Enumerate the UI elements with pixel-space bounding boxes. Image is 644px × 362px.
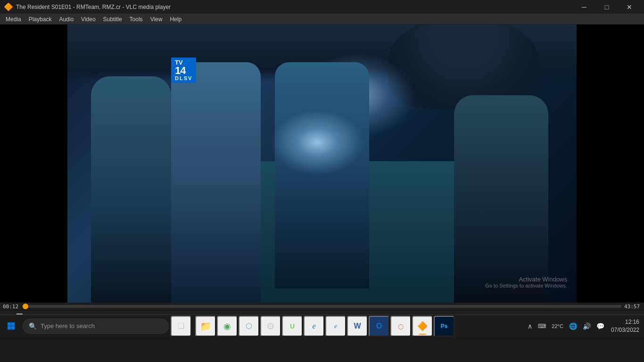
figure-right [454,95,548,303]
menu-playback[interactable]: Playback [25,14,56,25]
window-controls: ─ □ ✕ [573,0,640,14]
clock-time: 12:16 [611,318,639,326]
seek-bar[interactable] [23,305,621,308]
menu-view[interactable]: View [147,14,166,25]
tray-temperature[interactable]: 22°C [550,321,565,331]
search-icon: 🔍 [29,322,37,330]
menu-subtitle[interactable]: Subtitle [99,14,126,25]
taskbar-app-word[interactable]: W [347,316,368,337]
time-current: 00:12 [3,304,20,310]
menu-media[interactable]: Media [2,14,25,25]
menu-bar: Media Playback Audio Video Subtitle Tool… [0,14,644,25]
taskbar-app-edge-new[interactable]: 𝑒 [325,316,346,337]
taskbar-app-photoshop[interactable]: Ps [434,316,454,337]
system-clock[interactable]: 12:16 07/03/2022 [608,318,642,334]
tv14-rating: 14 [175,66,192,76]
seek-bar-row: 00:12 43:57 [0,303,644,310]
time-total: 43:57 [624,304,641,310]
title-bar: 🔶 The Resident S01E01 - RMTeam, RMZ.cr -… [0,0,644,14]
windows-logo [8,322,15,330]
taskbar-app-atom[interactable]: ⬡ [239,316,259,337]
tray-volume[interactable]: 🔊 [581,321,593,332]
tray-network[interactable]: 🌐 [567,321,579,332]
vlc-icon: 🔶 [4,2,13,11]
tv14-descriptors: DLSV [175,76,192,81]
black-bar-left [0,25,68,303]
activate-windows-subtitle: Go to Settings to activate Windows. [485,283,567,288]
figure-far-left [91,76,171,303]
activate-windows-title: Activate Windows [485,276,567,283]
maximize-button[interactable]: □ [596,0,618,14]
taskbar: 🔍 Type here to search ❑ 📁 ◉ ⬡ ⚙ U e 𝑒 W … [0,314,644,337]
operating-light-spot [270,109,364,175]
tray-show-hidden[interactable]: ∧ [526,321,534,332]
tv14-rating-badge: TV 14 DLSV [171,58,196,83]
menu-audio[interactable]: Audio [55,14,77,25]
tray-notification[interactable]: 💬 [594,321,606,332]
seek-bar-thumb [23,304,28,309]
clock-date: 07/03/2022 [611,326,639,334]
title-bar-left: 🔶 The Resident S01E01 - RMTeam, RMZ.cr -… [4,2,171,11]
taskbar-app-app11[interactable]: ◌ [390,316,411,337]
close-button[interactable]: ✕ [619,0,640,14]
menu-help[interactable]: Help [166,14,185,25]
search-bar[interactable]: 🔍 Type here to search [23,319,169,334]
taskbar-app-settings[interactable]: ⚙ [260,316,281,337]
taskbar-app-chrome[interactable]: ◉ [217,316,238,337]
taskbar-apps: 📁 ◉ ⬡ ⚙ U e 𝑒 W O ◌ 🔶 Ps [195,316,454,337]
taskbar-app-edge[interactable]: e [304,316,324,337]
figure-center [275,62,369,288]
taskbar-app-upwork[interactable]: U [282,316,303,337]
video-wrapper: TV 14 DLSV Activate Windows Go to Settin… [0,25,644,303]
black-bar-right [576,25,644,303]
taskbar-app-vlc[interactable]: 🔶 [412,316,433,337]
window-title: The Resident S01E01 - RMTeam, RMZ.cr - V… [16,4,171,10]
activate-windows-watermark: Activate Windows Go to Settings to activ… [485,276,567,288]
menu-video[interactable]: Video [77,14,99,25]
minimize-button[interactable]: ─ [573,0,595,14]
search-placeholder: Type here to search [41,322,95,329]
taskbar-app-explorer[interactable]: 📁 [195,316,216,337]
start-button[interactable] [0,315,23,337]
tray-keyboard[interactable]: ⌨ [536,321,548,331]
taskbar-task-view[interactable]: ❑ [171,316,191,337]
taskbar-right: ∧ ⌨ 22°C 🌐 🔊 💬 12:16 07/03/2022 [526,318,644,334]
taskbar-app-outlook[interactable]: O [369,316,389,337]
figure-left [171,62,261,303]
video-frame[interactable]: TV 14 DLSV Activate Windows Go to Settin… [67,25,577,303]
menu-tools[interactable]: Tools [126,14,147,25]
